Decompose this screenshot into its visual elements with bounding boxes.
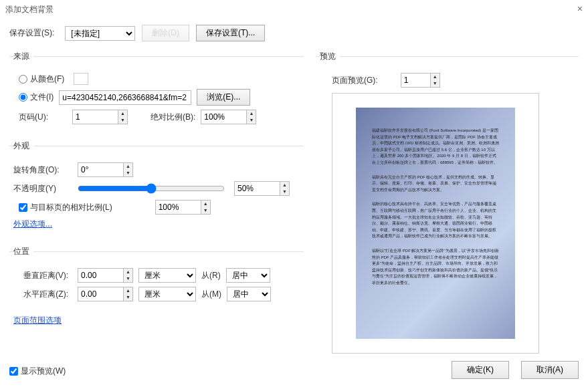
- dialog-title: 添加文档背景: [0, 0, 588, 19]
- preview-text: 福昕具有完全自主产权的 PDF 核心技术，提供文档的生成、转换、显示、编辑、搜索…: [372, 174, 499, 194]
- save-settings-label: 保存设置(S):: [9, 27, 54, 39]
- page-range-link[interactable]: 页面范围选项: [13, 315, 62, 326]
- page-spinner[interactable]: ▲▼: [72, 110, 128, 124]
- delete-button[interactable]: 删除(D): [142, 25, 189, 41]
- abs-scale-label: 绝对比例(B):: [151, 112, 195, 123]
- vdist-spinner[interactable]: ▲▼: [78, 268, 133, 283]
- rotation-label: 旋转角度(O):: [13, 164, 72, 176]
- appearance-group: 外观 旋转角度(O): ▲▼ 不透明度(Y) ▲▼: [9, 140, 304, 243]
- vdist-unit-select[interactable]: 厘米: [138, 268, 196, 283]
- top-bar: 保存设置(S): [未指定] 删除(D) 保存设置(T)...: [0, 19, 588, 51]
- preview-page: 福建福昕软件开发股份有限公司 (Foxit Software Incorpora…: [356, 108, 515, 339]
- source-legend: 来源: [13, 51, 33, 62]
- preset-select[interactable]: [未指定]: [65, 26, 135, 41]
- preview-legend: 预览: [320, 51, 340, 62]
- preview-group: 预览 页面预览(G): ▲▼ 福建福昕软件开发股份有限公司 (Foxit Sof…: [316, 51, 579, 353]
- opacity-label: 不透明度(Y): [13, 183, 72, 195]
- position-legend: 位置: [13, 246, 33, 257]
- ok-button[interactable]: 确定(K): [452, 361, 509, 379]
- appearance-legend: 外观: [13, 140, 33, 152]
- page-preview-label: 页面预览(G):: [332, 75, 378, 86]
- color-swatch[interactable]: [74, 73, 88, 85]
- preview-text: 福昕的核心技术具有跨平台、高效率、安全等优势，产品与服务覆盖桌面、互联网与移动互…: [372, 201, 499, 240]
- relative-scale-checkbox[interactable]: 与目标页的相对比例(L): [19, 202, 112, 213]
- browse-button[interactable]: 浏览(E)...: [197, 89, 250, 106]
- rel-scale-spinner[interactable]: ▲▼: [155, 200, 211, 215]
- cancel-button[interactable]: 取消(A): [521, 361, 579, 379]
- opacity-slider[interactable]: [78, 183, 225, 194]
- from-m-label: 从(M): [201, 289, 221, 300]
- position-group: 位置 垂直距离(V): ▲▼ 厘米 从(R) 居中 水平距离(Z): ▲▼ 厘米…: [9, 246, 304, 340]
- source-group: 来源 从颜色(F) 文件(I) 浏览(E)... 页码(U):: [9, 51, 304, 138]
- valign-select[interactable]: 居中: [226, 268, 270, 283]
- hdist-unit-select[interactable]: 厘米: [138, 287, 196, 301]
- close-icon[interactable]: ×: [577, 3, 583, 14]
- appearance-options-link[interactable]: 外观选项...: [13, 219, 52, 230]
- rotation-spinner[interactable]: ▲▼: [78, 162, 133, 177]
- chevron-down-icon: ▼: [118, 117, 127, 124]
- preview-page-spinner[interactable]: ▲▼: [401, 73, 440, 88]
- vdist-label: 垂直距离(V):: [13, 270, 72, 281]
- from-r-label: 从(R): [201, 270, 221, 281]
- preview-area: 福建福昕软件开发股份有限公司 (Foxit Software Incorpora…: [332, 93, 539, 354]
- from-file-radio[interactable]: 文件(I): [19, 92, 54, 103]
- from-color-radio[interactable]: 从颜色(F): [19, 74, 64, 85]
- hdist-spinner[interactable]: ▲▼: [78, 287, 133, 301]
- halign-select[interactable]: 居中: [227, 287, 271, 301]
- hdist-label: 水平距离(Z):: [13, 289, 72, 300]
- preview-text: 福建福昕软件开发股份有限公司 (Foxit Software Incorpora…: [372, 128, 499, 166]
- show-preview-checkbox[interactable]: 显示预览(W): [9, 366, 66, 377]
- file-path-input[interactable]: [59, 90, 191, 105]
- opacity-value-spinner[interactable]: ▲▼: [234, 181, 290, 196]
- chevron-up-icon: ▲: [118, 110, 127, 117]
- save-settings-button[interactable]: 保存设置(T)...: [196, 25, 265, 41]
- preview-text: 福昕以"打造全球 PDF 解决方案第一品牌"为愿景，以"开发市场先和创新性的 P…: [372, 248, 499, 287]
- abs-scale-spinner[interactable]: ▲▼: [201, 110, 256, 124]
- page-label: 页码(U):: [19, 112, 67, 123]
